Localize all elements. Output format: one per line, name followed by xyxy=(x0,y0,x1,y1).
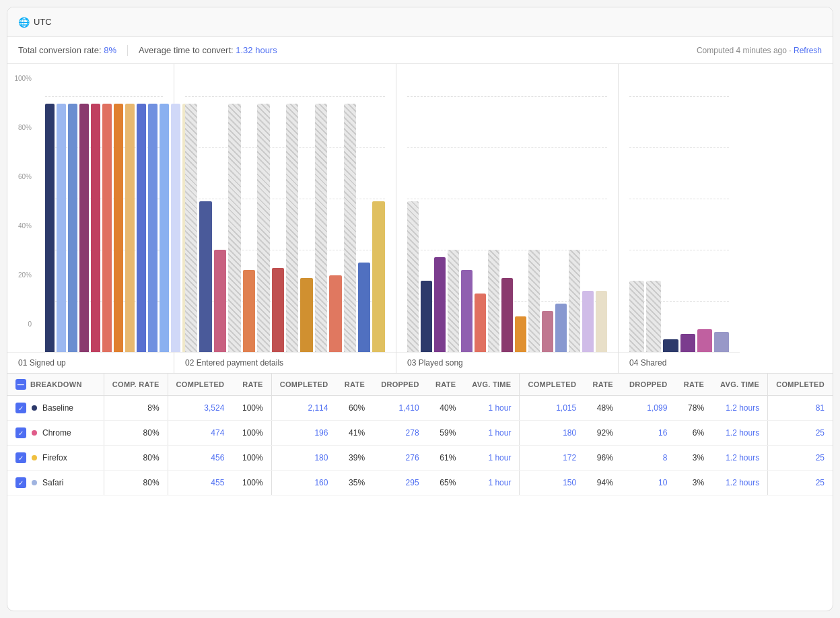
comp-rate: 80% xyxy=(104,471,168,495)
bar xyxy=(329,275,341,352)
c2-rate: 60% xyxy=(336,396,373,421)
c1-completed: 3,524 xyxy=(168,396,232,421)
chart-panel-2: 02 Entered payment details xyxy=(174,64,396,373)
bar xyxy=(272,268,284,352)
th-c2-rate: RATE xyxy=(336,374,373,396)
bar xyxy=(300,278,312,352)
c2-dropped: 295 xyxy=(373,471,427,495)
c3-rate: 96% xyxy=(584,446,621,471)
bar xyxy=(137,104,146,352)
bar xyxy=(488,250,499,352)
bar xyxy=(79,104,89,352)
comp-rate: 80% xyxy=(104,446,168,471)
comp-rate: 8% xyxy=(104,396,168,421)
bar xyxy=(257,104,269,352)
conversion-rate-stat: Total conversion rate: 8% xyxy=(18,45,116,55)
chart-label-3: 03 Played song xyxy=(396,352,618,373)
bar xyxy=(344,104,356,352)
row-dot xyxy=(32,430,37,436)
bar xyxy=(542,311,553,352)
c2-completed: 2,114 xyxy=(271,396,336,421)
row-checkbox[interactable]: ✓ xyxy=(15,452,26,463)
bar xyxy=(91,104,100,352)
chart-area-2 xyxy=(174,64,396,352)
c3-dropped: 1,099 xyxy=(621,396,676,421)
c3-dropped: 10 xyxy=(621,471,676,495)
c2-dropped: 278 xyxy=(373,421,427,446)
bar xyxy=(171,104,180,352)
th-c3-avgtime: AVG. TIME xyxy=(712,374,768,396)
row-checkbox[interactable]: ✓ xyxy=(15,427,26,438)
y-axis-1: 100% 80% 60% 40% 20% 0 xyxy=(7,75,32,331)
bar xyxy=(555,304,567,352)
bar xyxy=(199,201,211,352)
row-checkbox[interactable]: ✓ xyxy=(15,403,26,413)
row-checkbox[interactable]: ✓ xyxy=(15,477,26,488)
breakdown-cell: ✓ Chrome xyxy=(7,421,104,446)
bar xyxy=(475,294,486,352)
refresh-button[interactable]: Refresh xyxy=(794,46,822,55)
table-row: ✓ Firefox 80% 456 100% 180 39% 276 61% 1… xyxy=(7,446,833,471)
charts-section: 100% 80% 60% 40% 20% 0 xyxy=(7,64,833,374)
c2-droppedrate: 59% xyxy=(427,421,464,446)
bar xyxy=(582,291,594,352)
c3-dropped: 16 xyxy=(621,421,676,446)
c3-droppedrate: 3% xyxy=(675,446,712,471)
c2-completed: 180 xyxy=(271,446,336,471)
chart-panel-3: 03 Played song xyxy=(396,64,619,373)
bar xyxy=(421,281,432,352)
bar xyxy=(569,250,580,352)
c3-droppedrate: 78% xyxy=(675,396,712,421)
c3-completed: 172 xyxy=(520,446,584,471)
c3-droppedrate: 3% xyxy=(675,471,712,495)
bar xyxy=(214,250,226,352)
bar xyxy=(629,281,644,352)
bar xyxy=(125,104,135,352)
bar xyxy=(714,332,729,352)
bar xyxy=(501,278,513,352)
c1-completed: 455 xyxy=(168,471,232,495)
breakdown-icon: — xyxy=(15,379,26,390)
th-c3-droppedrate: RATE xyxy=(675,374,712,396)
c4-completed: 25 xyxy=(768,421,833,446)
bar xyxy=(185,104,197,352)
c2-avgtime: 1 hour xyxy=(464,396,520,421)
bar xyxy=(528,250,540,352)
chart-label-2: 02 Entered payment details xyxy=(174,352,396,373)
chart-area-1: 100% 80% 60% 40% 20% 0 xyxy=(7,64,174,352)
chart-panel-4: 04 Shared xyxy=(619,64,740,373)
c1-completed: 456 xyxy=(168,446,232,471)
table-row: ✓ Chrome 80% 474 100% 196 41% 278 59% 1 … xyxy=(7,421,833,446)
bar xyxy=(114,104,123,352)
th-breakdown: — Breakdown xyxy=(7,374,104,396)
c2-dropped: 276 xyxy=(373,446,427,471)
c2-rate: 35% xyxy=(336,471,373,495)
bar xyxy=(102,104,112,352)
c3-avgtime: 1.2 hours xyxy=(712,421,768,446)
c2-avgtime: 1 hour xyxy=(464,446,520,471)
bar xyxy=(228,104,240,352)
c2-rate: 41% xyxy=(336,421,373,446)
bar xyxy=(57,104,66,352)
c3-avgtime: 1.2 hours xyxy=(712,396,768,421)
table-header-row: — Breakdown COMP. RATE COMPLETED RATE CO… xyxy=(7,374,833,396)
th-c3-dropped: DROPPED xyxy=(621,374,676,396)
bar xyxy=(286,104,298,352)
chart-panel-1: 100% 80% 60% 40% 20% 0 xyxy=(7,64,174,373)
breakdown-cell: ✓ Baseline xyxy=(7,396,104,421)
bar xyxy=(160,104,169,352)
c1-rate: 100% xyxy=(232,471,271,495)
c3-droppedrate: 6% xyxy=(675,421,712,446)
row-name: Chrome xyxy=(42,428,71,438)
bar xyxy=(434,257,446,352)
stats-bar: Total conversion rate: 8% Average time t… xyxy=(7,37,833,64)
row-name: Firefox xyxy=(42,453,67,462)
table-row: ✓ Safari 80% 455 100% 160 35% 295 65% 1 … xyxy=(7,471,833,495)
avg-time-stat: Average time to convert: 1.32 hours xyxy=(139,45,277,55)
c3-completed: 180 xyxy=(520,421,584,446)
c3-completed: 150 xyxy=(520,471,584,495)
c2-completed: 196 xyxy=(271,421,336,446)
bar xyxy=(461,270,473,352)
row-dot xyxy=(32,480,37,485)
bar xyxy=(663,339,678,352)
